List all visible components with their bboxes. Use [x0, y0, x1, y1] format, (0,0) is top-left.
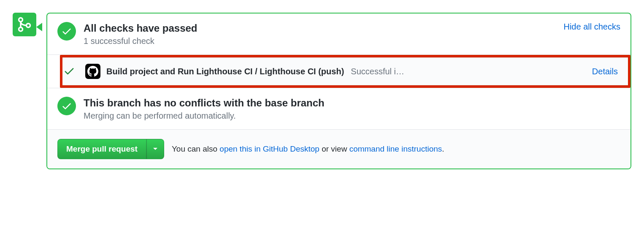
conflicts-section: This branch has no conflicts with the ba… [47, 88, 630, 130]
checks-list-section: Build project and Run Lighthouse CI / Li… [47, 55, 630, 88]
merge-status-badge [13, 13, 36, 36]
open-github-desktop-link[interactable]: open this in GitHub Desktop [219, 144, 319, 153]
svg-point-0 [19, 18, 23, 22]
check-row: Build project and Run Lighthouse CI / Li… [62, 57, 628, 85]
merge-text-before: You can also [172, 144, 219, 153]
merge-panel: All checks have passed 1 successful chec… [46, 13, 631, 169]
check-details-link[interactable]: Details [592, 67, 618, 76]
checks-title: All checks have passed [84, 22, 558, 35]
conflicts-title: This branch has no conflicts with the ba… [84, 97, 620, 109]
caret-down-icon [153, 147, 158, 151]
check-success-icon [63, 65, 75, 78]
check-status-text: Successful i… [351, 67, 404, 76]
github-icon [87, 66, 98, 77]
merge-help-text: You can also open this in GitHub Desktop… [172, 144, 444, 154]
conflicts-status-circle [57, 97, 76, 115]
merge-dropdown-button[interactable] [146, 139, 164, 159]
merge-section: Merge pull request You can also open thi… [47, 130, 630, 168]
checks-subtitle: 1 successful check [84, 36, 558, 46]
merge-button-group: Merge pull request [57, 139, 164, 159]
toggle-checks-link[interactable]: Hide all checks [563, 22, 620, 32]
svg-point-2 [27, 24, 30, 27]
checks-summary-section: All checks have passed 1 successful chec… [47, 14, 630, 55]
svg-point-1 [19, 27, 23, 31]
github-actions-avatar [85, 64, 100, 79]
merge-text-after: . [442, 144, 444, 153]
checks-status-circle [57, 22, 76, 41]
check-icon [61, 100, 72, 111]
check-icon [61, 26, 72, 37]
conflicts-subtitle: Merging can be performed automatically. [84, 111, 620, 121]
git-merge-icon [17, 17, 32, 32]
command-line-instructions-link[interactable]: command line instructions [349, 144, 442, 153]
merge-pull-request-button[interactable]: Merge pull request [57, 139, 146, 159]
check-name: Build project and Run Lighthouse CI / Li… [106, 67, 344, 76]
merge-text-mid: or view [319, 144, 349, 153]
